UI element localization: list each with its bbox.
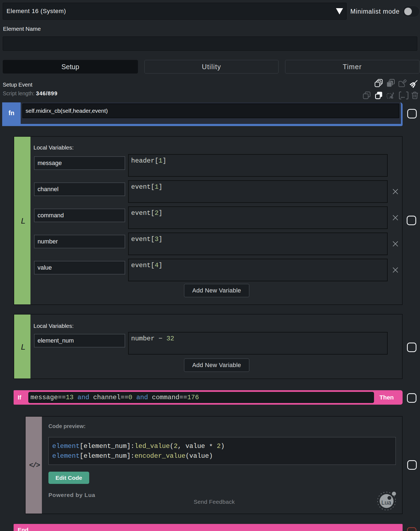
svg-text:Lua: Lua (381, 499, 391, 506)
